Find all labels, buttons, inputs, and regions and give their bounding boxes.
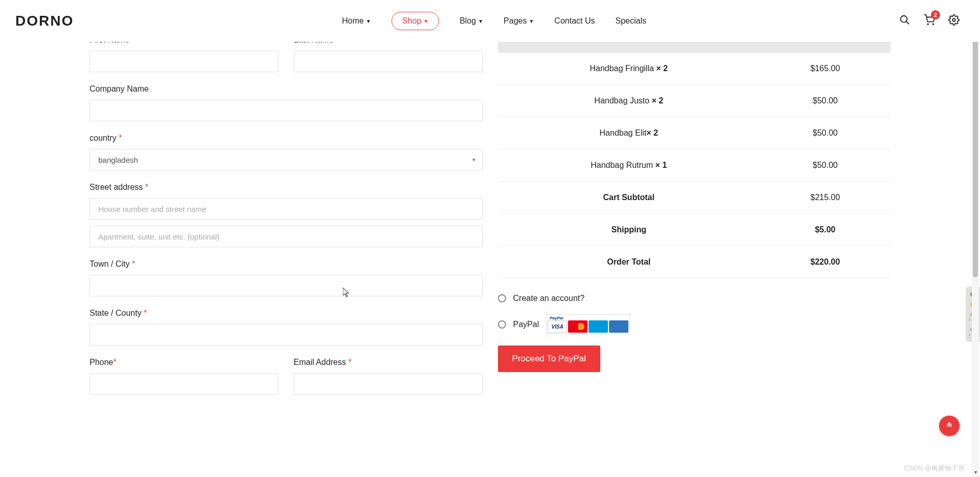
nav-shop[interactable]: Shop▼ (391, 12, 439, 30)
company-label: Company Name (90, 84, 483, 94)
nav-specials[interactable]: Specials (615, 12, 646, 30)
table-row: Handbag Fringilla × 2$165.00 (498, 53, 891, 85)
main-nav: Home▼ Shop▼ Blog▼ Pages▼ Contact Us Spec… (89, 12, 899, 30)
settings-icon[interactable] (948, 14, 960, 28)
street2-input[interactable] (90, 226, 483, 247)
nav-pages[interactable]: Pages▼ (504, 12, 534, 30)
company-input[interactable] (90, 100, 483, 121)
chevron-down-icon: ▼ (366, 18, 371, 24)
create-account-radio[interactable] (498, 294, 506, 302)
ordertotal-row: Order Total$220.00 (498, 246, 891, 278)
paypal-radio[interactable] (498, 320, 506, 329)
payment-cards-icon: PayPal VISA (546, 314, 630, 334)
create-account-label: Create an account? (513, 294, 585, 303)
brand-logo[interactable]: DORNO (0, 13, 89, 29)
paypal-label: PayPal (513, 320, 539, 329)
state-label: State / County * (90, 309, 483, 318)
chevron-down-icon: ▼ (529, 18, 534, 24)
cart-badge: 2 (931, 10, 940, 19)
first-name-input[interactable] (90, 51, 278, 72)
order-column: YOUR ORDER Product Total Handbag Fringil… (498, 0, 891, 417)
phone-label: Phone* (90, 358, 278, 367)
country-select[interactable]: bangladesh (90, 149, 483, 170)
nav-blog[interactable]: Blog▼ (460, 12, 483, 30)
search-icon[interactable] (899, 14, 910, 28)
table-row: Handbag Justo × 2$50.00 (498, 85, 891, 117)
nav-contact[interactable]: Contact Us (554, 12, 595, 30)
cart-icon[interactable]: 2 (924, 14, 935, 28)
billing-column: BILLING DETAILS First Name * Last Name *… (90, 0, 498, 417)
street-label: Street address * (90, 183, 483, 192)
country-label: country * (90, 134, 483, 143)
street1-input[interactable] (90, 198, 483, 220)
order-table: Product Total Handbag Fringilla × 2$165.… (498, 25, 891, 278)
shipping-row: Shipping$5.00 (498, 214, 891, 246)
svg-line-1 (906, 21, 909, 25)
table-row: Handbag Rutrum × 1$50.00 (498, 149, 891, 182)
chevron-down-icon: ▼ (478, 18, 483, 24)
town-label: Town / City * (90, 259, 483, 269)
svg-point-2 (927, 24, 928, 25)
state-input[interactable] (90, 324, 483, 345)
subtotal-row: Cart Subtotal$215.00 (498, 182, 891, 214)
proceed-button[interactable]: Proceed To PayPal (498, 345, 600, 372)
town-input[interactable] (90, 275, 483, 296)
table-row: Handbag Elit× 2$50.00 (498, 117, 891, 149)
nav-home[interactable]: Home▼ (342, 12, 371, 30)
email-input[interactable] (294, 373, 483, 395)
last-name-input[interactable] (294, 51, 483, 72)
svg-point-4 (952, 18, 955, 21)
phone-input[interactable] (90, 373, 278, 395)
scrollbar[interactable]: ▲ ▼ (972, 0, 979, 417)
svg-point-3 (932, 24, 933, 25)
header-actions: 2 (899, 14, 980, 28)
chevron-down-icon: ▼ (423, 18, 428, 24)
header: DORNO Home▼ Shop▼ Blog▼ Pages▼ Contact U… (0, 0, 980, 42)
scrollbar-thumb[interactable] (973, 11, 978, 277)
svg-point-0 (901, 16, 907, 23)
email-label: Email Address * (294, 358, 483, 367)
